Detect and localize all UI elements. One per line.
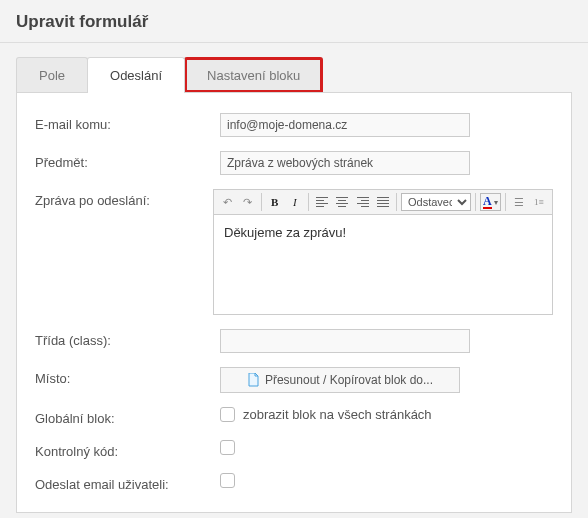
- redo-icon[interactable]: ↷: [238, 192, 256, 212]
- editor-toolbar: ↶ ↷ B I Odstav: [213, 189, 553, 215]
- label-email-to: E-mail komu:: [35, 113, 220, 132]
- bold-icon[interactable]: B: [265, 192, 283, 212]
- italic-icon[interactable]: I: [286, 192, 304, 212]
- tab-block-settings[interactable]: Nastavení bloku: [184, 57, 323, 93]
- separator: [475, 193, 476, 211]
- control-code-checkbox[interactable]: [220, 440, 235, 455]
- class-input[interactable]: [220, 329, 470, 353]
- separator: [505, 193, 506, 211]
- align-center-icon[interactable]: [333, 192, 351, 212]
- align-right-icon[interactable]: [354, 192, 372, 212]
- editor-content[interactable]: Děkujeme za zprávu!: [213, 215, 553, 315]
- tab-bar: Pole Odeslání Nastavení bloku: [0, 43, 588, 93]
- tab-send[interactable]: Odeslání: [87, 57, 185, 93]
- label-send-user-email: Odeslat email uživateli:: [35, 473, 220, 492]
- numbered-list-icon[interactable]: 1≡: [530, 192, 548, 212]
- label-class: Třída (class):: [35, 329, 220, 348]
- label-place: Místo:: [35, 367, 220, 386]
- label-message-after: Zpráva po odeslání:: [35, 189, 213, 208]
- global-block-checkbox-label: zobrazit blok na všech stránkách: [243, 407, 432, 422]
- separator: [261, 193, 262, 211]
- label-control-code: Kontrolný kód:: [35, 440, 220, 459]
- tab-fields[interactable]: Pole: [16, 57, 88, 93]
- label-global-block: Globální blok:: [35, 407, 220, 426]
- separator: [396, 193, 397, 211]
- format-select[interactable]: Odstavec: [401, 193, 471, 211]
- form-panel: E-mail komu: Předmět: Zpráva po odeslání…: [16, 92, 572, 513]
- document-icon: [247, 373, 259, 387]
- move-copy-button-label: Přesunout / Kopírovat blok do...: [265, 373, 433, 387]
- page-header: Upravit formulář: [0, 0, 588, 43]
- email-to-input[interactable]: [220, 113, 470, 137]
- text-color-picker[interactable]: A▾: [480, 193, 501, 211]
- send-user-email-checkbox[interactable]: [220, 473, 235, 488]
- global-block-checkbox[interactable]: [220, 407, 235, 422]
- bullet-list-icon[interactable]: ☰: [509, 192, 527, 212]
- undo-icon[interactable]: ↶: [218, 192, 236, 212]
- align-justify-icon[interactable]: [374, 192, 392, 212]
- move-copy-button[interactable]: Přesunout / Kopírovat blok do...: [220, 367, 460, 393]
- align-left-icon[interactable]: [313, 192, 331, 212]
- label-subject: Předmět:: [35, 151, 220, 170]
- page-title: Upravit formulář: [16, 12, 572, 32]
- subject-input[interactable]: [220, 151, 470, 175]
- separator: [308, 193, 309, 211]
